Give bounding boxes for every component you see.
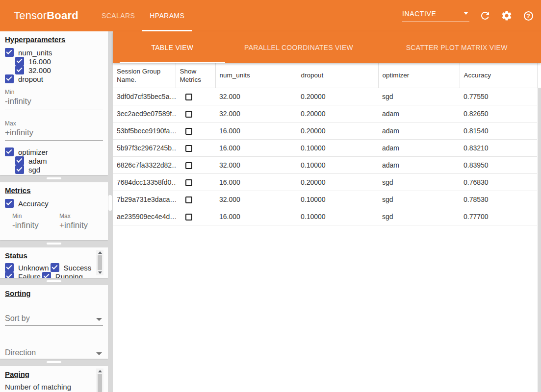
show-metrics-checkbox[interactable] bbox=[185, 214, 192, 220]
panel-divider bbox=[0, 278, 108, 285]
app-title-board: Board bbox=[47, 9, 78, 22]
dropout-checkbox[interactable] bbox=[5, 74, 14, 83]
dropout-max-field: Max bbox=[5, 120, 103, 141]
panel-divider bbox=[0, 240, 108, 247]
optimizer-sgd-checkbox[interactable] bbox=[15, 165, 24, 174]
num-units-16-checkbox[interactable] bbox=[15, 57, 24, 66]
status-success-checkbox[interactable] bbox=[51, 263, 59, 272]
tab-scalars[interactable]: SCALARS bbox=[94, 0, 142, 31]
column-session-group-name: Session Group Name. bbox=[113, 63, 176, 88]
session-group-name-cell: 5b97f3c2967245b… bbox=[113, 139, 176, 156]
status-unknown-checkbox[interactable] bbox=[5, 263, 14, 272]
num-units-32-checkbox[interactable] bbox=[15, 66, 24, 74]
refresh-button[interactable] bbox=[479, 10, 491, 22]
session-group-name-cell: 7684dcc13358fd0… bbox=[113, 173, 176, 191]
show-metrics-checkbox[interactable] bbox=[185, 196, 192, 203]
scroll-up-icon[interactable] bbox=[98, 251, 102, 254]
column-show-metrics: Show Metrics bbox=[176, 63, 215, 88]
accuracy-max-field: Max bbox=[59, 213, 98, 233]
session-groups-table: Session Group Name. Show Metrics num_uni… bbox=[113, 63, 538, 225]
status-mode-select[interactable]: INACTIVE bbox=[402, 9, 469, 22]
accuracy-cell: 0.77550 bbox=[460, 88, 537, 105]
accuracy-checkbox[interactable] bbox=[5, 199, 14, 208]
status-running: Running bbox=[42, 272, 83, 278]
sidebar-scrollbar[interactable] bbox=[108, 31, 113, 392]
show-metrics-checkbox[interactable] bbox=[185, 145, 192, 152]
table-row: 5b97f3c2967245b…16.0000.10000adam0.83210 bbox=[113, 139, 537, 156]
caret-down-icon bbox=[96, 352, 102, 355]
dropout-min-field: Min bbox=[5, 89, 103, 109]
num-units-cell: 32.000 bbox=[215, 88, 297, 105]
scrollbar-thumb[interactable] bbox=[108, 195, 112, 211]
accuracy-cell: 0.83210 bbox=[460, 139, 537, 156]
tab-hparams[interactable]: HPARAMS bbox=[142, 0, 192, 31]
sort-by-select[interactable]: Sort by bbox=[5, 314, 103, 326]
panel-resize-handle[interactable] bbox=[47, 361, 61, 363]
sidebar: Hyperparameters num_units 16.000 32.000 … bbox=[0, 31, 113, 392]
status-options: Unknown Success Failure Running bbox=[5, 263, 96, 278]
optimizer-adam-checkbox[interactable] bbox=[15, 156, 24, 165]
show-metrics-cell bbox=[176, 105, 215, 122]
dropout-cell: 0.20000 bbox=[297, 173, 378, 191]
show-metrics-checkbox[interactable] bbox=[185, 94, 192, 100]
scrollbar-thumb[interactable] bbox=[98, 255, 102, 270]
dropout-max-input[interactable] bbox=[5, 127, 103, 141]
accuracy-range-fields: Min Max bbox=[12, 213, 108, 233]
status-failure-checkbox[interactable] bbox=[5, 272, 14, 278]
status-failure: Failure bbox=[5, 272, 41, 278]
show-metrics-checkbox[interactable] bbox=[185, 179, 192, 186]
gear-icon bbox=[501, 10, 513, 22]
min-label: Min bbox=[12, 213, 51, 220]
view-tabs: TABLE VIEW PARALLEL COORDINATES VIEW SCA… bbox=[113, 31, 541, 63]
hparam-dropout: dropout bbox=[5, 74, 108, 83]
show-metrics-cell bbox=[176, 208, 215, 225]
table-body: 3df0d7cf35bec5a…32.0000.20000sgd0.775503… bbox=[113, 88, 537, 225]
status-panel: Status Unknown Success Failure bbox=[0, 247, 108, 278]
num-units-cell: 32.000 bbox=[215, 105, 297, 122]
accuracy-cell: 0.82650 bbox=[460, 105, 537, 122]
main-content: TABLE VIEW PARALLEL COORDINATES VIEW SCA… bbox=[113, 31, 541, 392]
show-metrics-checkbox[interactable] bbox=[185, 128, 192, 135]
optimizer-cell: sgd bbox=[378, 88, 460, 105]
settings-button[interactable] bbox=[501, 10, 513, 22]
active-tab-underline bbox=[120, 62, 225, 63]
session-group-name-cell: 3ec2aed9e07589f… bbox=[113, 105, 176, 122]
table-row: 7b29a731e3daca…32.0000.10000sgd0.78530 bbox=[113, 191, 537, 208]
panel-resize-handle[interactable] bbox=[47, 243, 61, 245]
paging-scrollbar[interactable] bbox=[96, 368, 103, 392]
accuracy-min-input[interactable] bbox=[12, 220, 51, 233]
scrollbar-thumb[interactable] bbox=[98, 374, 102, 392]
status-scrollbar[interactable] bbox=[96, 250, 103, 275]
show-metrics-cell bbox=[176, 191, 215, 208]
direction-select[interactable]: Direction bbox=[5, 348, 103, 359]
optimizer-checkbox[interactable] bbox=[5, 147, 14, 156]
table-header-row: Session Group Name. Show Metrics num_uni… bbox=[113, 63, 537, 88]
refresh-icon bbox=[479, 10, 491, 22]
panel-resize-handle[interactable] bbox=[47, 177, 61, 179]
help-button[interactable]: ? bbox=[522, 10, 534, 22]
panel-resize-handle[interactable] bbox=[47, 280, 61, 282]
session-group-name-cell: 7b29a731e3daca… bbox=[113, 191, 176, 208]
tab-table-view[interactable]: TABLE VIEW bbox=[120, 31, 225, 63]
scroll-down-icon[interactable] bbox=[98, 271, 102, 274]
app-header: TensorBoard SCALARS HPARAMS INACTIVE bbox=[0, 0, 541, 31]
num-units-cell: 32.000 bbox=[215, 156, 297, 173]
status-running-checkbox[interactable] bbox=[42, 272, 51, 278]
show-metrics-checkbox[interactable] bbox=[185, 111, 192, 118]
dropout-cell: 0.10000 bbox=[297, 139, 378, 156]
num-units-checkbox[interactable] bbox=[5, 48, 14, 57]
column-optimizer: optimizer bbox=[378, 63, 460, 88]
optimizer-cell: sgd bbox=[378, 208, 460, 225]
status-unknown: Unknown bbox=[5, 263, 49, 272]
session-group-name-cell: 53bf5bece9190fa… bbox=[113, 122, 176, 139]
status-success: Success bbox=[51, 263, 92, 272]
tab-scatter-plot-matrix-view[interactable]: SCATTER PLOT MATRIX VIEW bbox=[372, 31, 541, 63]
accuracy-max-input[interactable] bbox=[59, 220, 98, 233]
dropout-min-input[interactable] bbox=[5, 96, 103, 109]
sorting-heading: Sorting bbox=[5, 289, 108, 297]
show-metrics-checkbox[interactable] bbox=[185, 162, 192, 169]
num-units-cell: 16.000 bbox=[215, 139, 297, 156]
tab-parallel-coordinates-view[interactable]: PARALLEL COORDINATES VIEW bbox=[225, 31, 373, 63]
table-scrollbar[interactable] bbox=[538, 88, 541, 392]
scroll-up-icon[interactable] bbox=[98, 370, 102, 372]
